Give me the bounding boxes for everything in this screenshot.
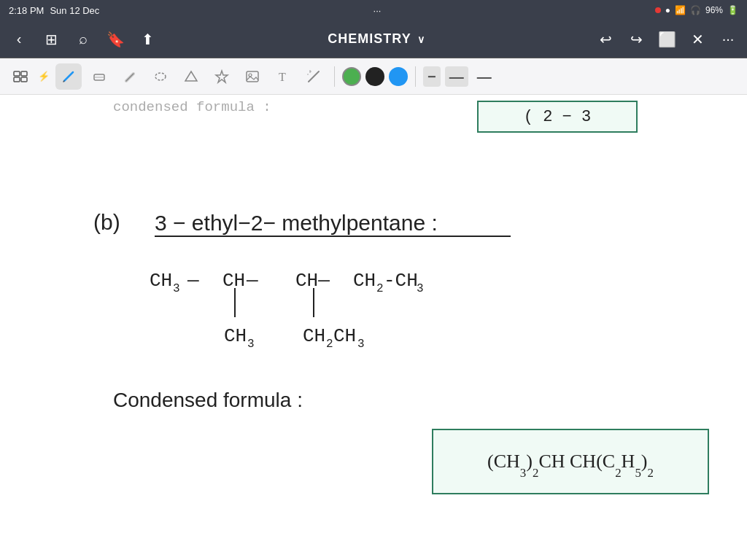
condensed-label: Condensed formula : bbox=[113, 389, 303, 411]
stroke-selected[interactable]: — bbox=[445, 66, 468, 87]
svg-marker-11 bbox=[185, 71, 197, 81]
redo-button[interactable]: ↪ bbox=[626, 29, 646, 50]
toolbar-separator-2 bbox=[415, 66, 416, 87]
status-left: 2:18 PM Sun 12 Dec bbox=[9, 5, 99, 16]
bookmark-button[interactable]: 🔖 bbox=[105, 29, 125, 50]
svg-rect-1 bbox=[21, 71, 27, 76]
formula-text: (CH3)2CH CH(C2H5)2 bbox=[487, 451, 654, 472]
pencil-tool[interactable] bbox=[55, 63, 82, 90]
compound-name: 3 − ethyl−2− methylpentane : bbox=[155, 211, 438, 235]
back-button[interactable]: ‹ bbox=[9, 29, 29, 50]
color-green[interactable] bbox=[342, 67, 361, 86]
search-button[interactable]: ⌕ bbox=[73, 29, 93, 50]
toolbar-separator-1 bbox=[334, 66, 335, 87]
grid-button[interactable]: ⊞ bbox=[41, 29, 61, 50]
svg-text:3: 3 bbox=[247, 338, 255, 351]
svg-text:—: — bbox=[246, 270, 258, 292]
chevron-down-icon[interactable]: ∨ bbox=[417, 34, 425, 45]
svg-line-16 bbox=[309, 71, 319, 82]
headphone-icon: 🎧 bbox=[690, 5, 701, 15]
svg-rect-13 bbox=[247, 71, 258, 82]
status-bar: 2:18 PM Sun 12 Dec ··· ● 📶 🎧 96% 🔋 bbox=[0, 0, 747, 20]
record-dot bbox=[655, 7, 661, 13]
stroke-minus[interactable]: − bbox=[423, 66, 441, 87]
signal-icon: 📶 bbox=[675, 5, 686, 15]
svg-text:3: 3 bbox=[173, 282, 180, 295]
svg-text:2: 2 bbox=[326, 338, 333, 351]
eraser-tool[interactable] bbox=[86, 63, 112, 90]
toolbar: ⚡ T − — — bbox=[0, 58, 747, 95]
add-page-button[interactable]: ⬜ bbox=[657, 29, 677, 50]
part-b-label: (b) bbox=[93, 210, 120, 234]
status-right: ● 📶 🎧 96% 🔋 bbox=[655, 5, 738, 15]
color-blue[interactable] bbox=[389, 67, 408, 86]
svg-line-5 bbox=[63, 81, 64, 82]
svg-text:CH: CH bbox=[224, 325, 247, 347]
time: 2:18 PM bbox=[9, 5, 44, 16]
svg-text:2: 2 bbox=[376, 282, 384, 295]
nav-left: ‹ ⊞ ⌕ 🔖 ⬆ bbox=[9, 29, 158, 50]
svg-line-9 bbox=[126, 74, 133, 81]
image-tool[interactable] bbox=[239, 63, 266, 90]
close-button[interactable]: ✕ bbox=[687, 29, 708, 50]
svg-rect-3 bbox=[21, 77, 27, 82]
stroke-thick[interactable]: — bbox=[473, 66, 496, 87]
highlighter-tool[interactable] bbox=[117, 63, 143, 90]
share-button[interactable]: ⬆ bbox=[137, 29, 158, 50]
svg-text:3: 3 bbox=[417, 282, 424, 295]
more-button[interactable]: ··· bbox=[718, 29, 738, 50]
nav-right: ↩ ↪ ⬜ ✕ ··· bbox=[595, 29, 738, 50]
svg-text:CH—: CH— bbox=[295, 270, 330, 292]
wand-tool[interactable] bbox=[301, 63, 327, 90]
svg-text:CH: CH bbox=[222, 270, 245, 292]
battery-percent: 96% bbox=[705, 5, 723, 15]
nav-center: CHEMISTRY ∨ bbox=[328, 31, 425, 47]
battery-icon: 🔋 bbox=[727, 5, 738, 15]
star-tool[interactable] bbox=[209, 63, 235, 90]
svg-rect-2 bbox=[14, 77, 20, 82]
nav-title: CHEMISTRY bbox=[328, 31, 411, 47]
text-tool[interactable]: T bbox=[270, 63, 296, 90]
svg-text:T: T bbox=[279, 71, 286, 83]
svg-text:—: — bbox=[187, 270, 199, 292]
content-area: condensed formula : ( 2 − 3 (b) 3 − ethy… bbox=[0, 95, 747, 560]
svg-rect-0 bbox=[14, 71, 20, 76]
screenshot-tool[interactable] bbox=[7, 63, 34, 90]
svg-text:CH: CH bbox=[303, 325, 325, 347]
bluetooth-icon: ⚡ bbox=[38, 71, 50, 82]
wifi-icon: ● bbox=[665, 5, 670, 15]
status-center: ··· bbox=[374, 5, 382, 16]
svg-text:3: 3 bbox=[357, 338, 365, 351]
formula-box: (CH3)2CH CH(C2H5)2 bbox=[432, 429, 709, 494]
shape-tool[interactable] bbox=[178, 63, 204, 90]
nav-bar: ‹ ⊞ ⌕ 🔖 ⬆ CHEMISTRY ∨ ↩ ↪ ⬜ ✕ ··· bbox=[0, 20, 747, 58]
lasso-tool[interactable] bbox=[147, 63, 174, 90]
svg-point-10 bbox=[155, 73, 166, 80]
svg-line-4 bbox=[64, 72, 73, 81]
undo-button[interactable]: ↩ bbox=[595, 29, 616, 50]
svg-marker-12 bbox=[216, 71, 228, 82]
svg-text:CH: CH bbox=[353, 270, 376, 292]
svg-text:CH: CH bbox=[150, 270, 172, 292]
svg-text:CH: CH bbox=[333, 325, 356, 347]
dots-icon: ··· bbox=[374, 5, 382, 16]
color-black[interactable] bbox=[365, 67, 384, 86]
day-date: Sun 12 Dec bbox=[50, 5, 99, 16]
svg-text:-CH: -CH bbox=[384, 270, 418, 292]
